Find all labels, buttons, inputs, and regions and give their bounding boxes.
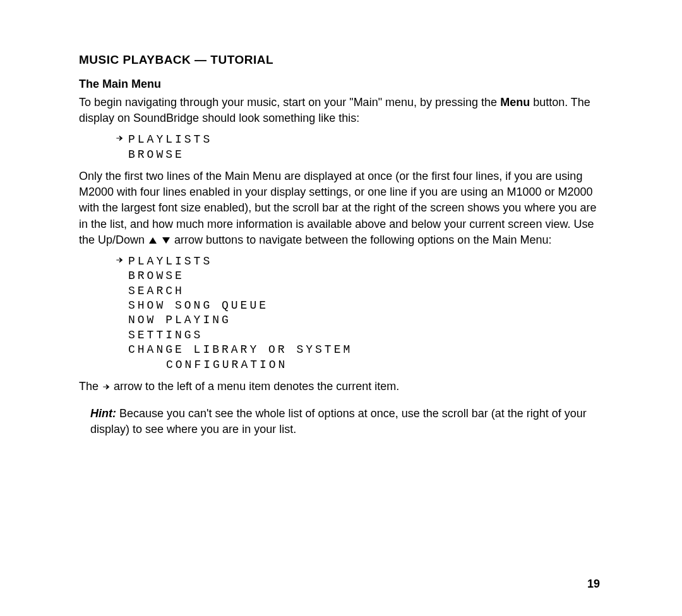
- svg-marker-0: [149, 237, 157, 244]
- hint-label: Hint:: [90, 407, 116, 420]
- para1-pre: To begin navigating through your music, …: [79, 96, 500, 109]
- display-item: Change Library or System: [128, 343, 352, 357]
- display-item: Show Song Queue: [128, 299, 268, 313]
- arrow-right-icon: [111, 256, 128, 264]
- display-row: Playlists: [111, 254, 603, 269]
- display-row: Settings: [111, 328, 603, 343]
- display-item: Now Playing: [128, 313, 231, 328]
- hint-block: Hint: Because you can't see the whole li…: [90, 406, 603, 437]
- display-item: Browse: [128, 148, 184, 162]
- display-row: Playlists: [111, 133, 603, 147]
- para3-pre: The: [79, 380, 102, 393]
- manual-page: MUSIC PLAYBACK — TUTORIAL The Main Menu …: [79, 52, 603, 438]
- display-item: Playlists: [128, 254, 212, 269]
- sub-heading: The Main Menu: [79, 76, 603, 92]
- paragraph-3: The arrow to the left of a menu item den…: [79, 379, 603, 394]
- display-item: Configuration: [128, 358, 287, 372]
- paragraph-1: To begin navigating through your music, …: [79, 95, 603, 126]
- display-row: Now Playing: [111, 313, 603, 328]
- triangle-down-icon: [162, 237, 170, 244]
- arrow-right-icon: [111, 134, 128, 143]
- display-row: Change Library or System: [111, 343, 603, 357]
- paragraph-2: Only the first two lines of the Main Men…: [79, 169, 603, 248]
- para3-post: arrow to the left of a menu item denotes…: [111, 380, 399, 393]
- display-row: Search: [111, 284, 603, 299]
- display-sample-1: Playlists Browse: [111, 133, 603, 162]
- hint-text: Because you can't see the whole list of …: [90, 407, 587, 435]
- display-row: Configuration: [111, 358, 603, 372]
- arrow-right-icon: [102, 380, 111, 393]
- triangle-up-icon: [149, 237, 157, 244]
- menu-button-label: Menu: [500, 96, 530, 109]
- display-item: Playlists: [128, 133, 212, 147]
- svg-marker-1: [162, 237, 170, 244]
- display-sample-2: Playlists Browse Search Show Song Queue …: [111, 254, 603, 372]
- display-item: Search: [128, 284, 184, 299]
- display-row: Show Song Queue: [111, 299, 603, 313]
- display-row: Browse: [111, 148, 603, 162]
- display-item: Browse: [128, 269, 184, 283]
- display-row: Browse: [111, 269, 603, 283]
- para2-post: arrow buttons to navigate between the fo…: [171, 234, 551, 246]
- page-number: 19: [587, 578, 600, 591]
- section-title: MUSIC PLAYBACK — TUTORIAL: [79, 52, 603, 69]
- display-item: Settings: [128, 328, 203, 343]
